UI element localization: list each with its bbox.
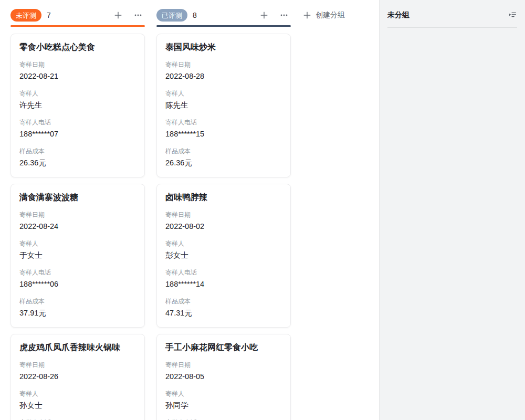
group-underline — [156, 25, 291, 27]
create-group-label: 创建分组 — [316, 10, 345, 20]
card-title: 手工小麻花网红零食小吃 — [165, 342, 282, 353]
card-title: 虎皮鸡爪凤爪香辣味火锅味 — [19, 342, 136, 353]
create-group-button[interactable]: 创建分组 — [302, 9, 345, 22]
group-badge[interactable]: 已评测 — [156, 9, 187, 22]
field-label: 寄样人 — [165, 389, 282, 398]
field-label: 寄样日期 — [19, 360, 136, 370]
field-value: 2022-08-24 — [19, 221, 136, 232]
field-label: 寄样日期 — [19, 60, 136, 69]
record-card[interactable]: 满食满寨波波糖 寄样日期 2022-08-24 寄样人 于女士 寄样人电话 18… — [10, 184, 145, 328]
field-value: 2022-08-28 — [165, 71, 282, 82]
ungrouped-panel: 未分组 — [379, 0, 525, 420]
panel-divider — [387, 27, 517, 28]
field-value: 2022-08-26 — [19, 371, 136, 382]
add-card-icon[interactable] — [113, 10, 123, 20]
kanban-board: 未评测 7 零食小吃糕点心美食 寄样日期 2022-08-21 寄样人 许先生 — [0, 0, 379, 420]
group-header: 未评测 7 — [10, 9, 145, 22]
group-count: 7 — [47, 11, 51, 19]
field-value: 188******07 — [19, 129, 136, 140]
field-label: 寄样人电话 — [165, 268, 282, 277]
record-card[interactable]: 手工小麻花网红零食小吃 寄样日期 2022-08-05 寄样人 孙同学 寄样人电… — [156, 334, 291, 420]
card-list: 零食小吃糕点心美食 寄样日期 2022-08-21 寄样人 许先生 寄样人电话 … — [10, 34, 145, 420]
field-value: 188******06 — [19, 279, 136, 290]
group-underline — [10, 25, 145, 27]
group-count: 8 — [193, 11, 197, 19]
card-title: 满食满寨波波糖 — [19, 192, 136, 203]
record-card[interactable]: 零食小吃糕点心美食 寄样日期 2022-08-21 寄样人 许先生 寄样人电话 … — [10, 34, 145, 177]
card-title: 零食小吃糕点心美食 — [19, 41, 136, 53]
group-badge[interactable]: 未评测 — [10, 9, 41, 22]
field-value: 许先生 — [19, 100, 136, 111]
field-value: 26.36元 — [19, 158, 136, 169]
more-options-icon[interactable] — [133, 10, 143, 20]
field-label: 寄样人电话 — [19, 118, 136, 127]
field-label: 寄样人 — [19, 389, 136, 398]
field-value: 26.36元 — [165, 158, 282, 169]
group-header: 已评测 8 — [156, 9, 291, 22]
field-label: 样品成本 — [165, 146, 282, 156]
field-value: 陈先生 — [165, 100, 282, 111]
record-card[interactable]: 虎皮鸡爪凤爪香辣味火锅味 寄样日期 2022-08-26 寄样人 孙女士 寄样人… — [10, 334, 145, 420]
field-label: 寄样人 — [19, 239, 136, 248]
field-label: 寄样人电话 — [19, 268, 136, 277]
field-value: 188******15 — [165, 129, 282, 140]
field-value: 孙女士 — [19, 400, 136, 411]
field-label: 寄样日期 — [165, 210, 282, 219]
field-label: 寄样日期 — [165, 60, 282, 69]
field-label: 寄样日期 — [19, 210, 136, 219]
panel-header: 未分组 — [380, 0, 525, 20]
field-value: 47.31元 — [165, 308, 282, 319]
group-column-not-reviewed: 未评测 7 零食小吃糕点心美食 寄样日期 2022-08-21 寄样人 许先生 — [10, 9, 145, 420]
record-card[interactable]: 卤味鸭脖辣 寄样日期 2022-08-02 寄样人 彭女士 寄样人电话 188*… — [156, 184, 291, 328]
card-title: 泰国风味炒米 — [165, 41, 282, 53]
field-label: 样品成本 — [165, 297, 282, 306]
more-options-icon[interactable] — [279, 10, 289, 20]
panel-title: 未分组 — [387, 9, 410, 20]
field-value: 孙同学 — [165, 400, 282, 411]
card-list: 泰国风味炒米 寄样日期 2022-08-28 寄样人 陈先生 寄样人电话 188… — [156, 34, 291, 420]
field-value: 于女士 — [19, 250, 136, 261]
field-label: 样品成本 — [19, 146, 136, 156]
field-value: 彭女士 — [165, 250, 282, 261]
field-label: 寄样人电话 — [165, 118, 282, 127]
field-label: 寄样人 — [165, 239, 282, 248]
kanban-view: 未评测 7 零食小吃糕点心美食 寄样日期 2022-08-21 寄样人 许先生 — [0, 0, 525, 420]
record-card[interactable]: 泰国风味炒米 寄样日期 2022-08-28 寄样人 陈先生 寄样人电话 188… — [156, 34, 291, 177]
group-column-reviewed: 已评测 8 泰国风味炒米 寄样日期 2022-08-28 寄样人 陈先生 — [156, 9, 291, 420]
field-value: 2022-08-02 — [165, 221, 282, 232]
field-label: 寄样人电话 — [19, 418, 136, 420]
add-card-icon[interactable] — [259, 10, 269, 20]
field-label: 寄样人电话 — [165, 418, 282, 420]
field-value: 2022-08-21 — [19, 71, 136, 82]
collapse-panel-icon[interactable] — [508, 10, 517, 19]
field-value: 37.91元 — [19, 308, 136, 319]
field-label: 寄样人 — [19, 89, 136, 98]
field-label: 寄样人 — [165, 89, 282, 98]
field-value: 2022-08-05 — [165, 371, 282, 382]
field-label: 样品成本 — [19, 297, 136, 306]
field-label: 寄样日期 — [165, 360, 282, 370]
card-title: 卤味鸭脖辣 — [165, 192, 282, 203]
field-value: 188******14 — [165, 279, 282, 290]
plus-icon — [302, 10, 312, 20]
